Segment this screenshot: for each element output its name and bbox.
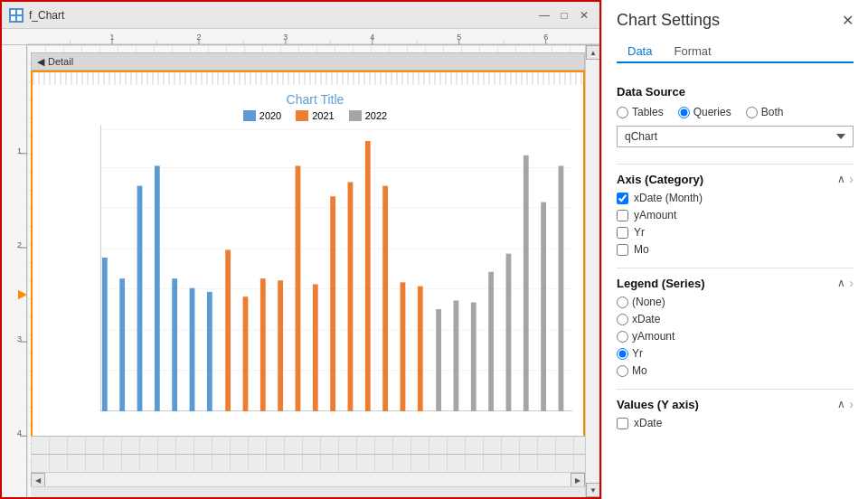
form-content: ◀ Detail Chart Title 2020	[27, 45, 585, 497]
checkbox-mo-axis[interactable]: Mo	[617, 243, 854, 256]
svg-rect-60	[278, 280, 283, 411]
radio-yamount-series-label: yAmount	[632, 330, 675, 343]
radio-tables[interactable]: Tables	[617, 106, 664, 118]
axis-category-header: Axis (Category) ∧ ›	[617, 172, 854, 186]
legend-label-2020: 2020	[259, 110, 281, 121]
settings-close-button[interactable]: ✕	[842, 12, 854, 29]
scroll-down-button[interactable]: ▼	[586, 483, 599, 497]
radio-none-series[interactable]: (None)	[617, 296, 854, 308]
window-icon	[9, 8, 24, 23]
radio-queries[interactable]: Queries	[678, 106, 731, 118]
detail-label: Detail	[48, 56, 73, 67]
settings-title: Chart Settings	[617, 11, 720, 30]
svg-rect-56	[207, 292, 212, 411]
scroll-horizontal-track	[45, 473, 571, 486]
values-y-collapse[interactable]: ∧	[837, 397, 845, 411]
checkbox-yr-axis-input[interactable]	[617, 227, 628, 239]
data-source-select[interactable]: qChart	[617, 126, 854, 147]
minimize-button[interactable]: —	[536, 7, 552, 24]
radio-queries-input[interactable]	[678, 107, 690, 118]
svg-rect-70	[454, 300, 459, 411]
radio-tables-input[interactable]	[617, 107, 628, 118]
legend-color-2020	[243, 110, 256, 121]
checkbox-xdate-y-input[interactable]	[617, 418, 628, 429]
legend-color-2022	[349, 110, 362, 121]
svg-rect-61	[296, 165, 301, 411]
checkbox-xdate-y[interactable]: xDate	[617, 417, 854, 429]
chart-section-body[interactable]: Chart Title 2020 2021 202	[31, 71, 585, 438]
radio-yr-series-input[interactable]	[617, 348, 628, 360]
svg-rect-1	[17, 10, 22, 14]
svg-rect-58	[243, 297, 249, 411]
svg-rect-67	[401, 282, 406, 411]
svg-rect-62	[313, 284, 318, 411]
legend-label-2022: 2022	[365, 110, 387, 121]
legend-series-collapse[interactable]: ∧	[837, 276, 845, 290]
horizontal-ruler: 1 2 3 4 5 6	[2, 29, 599, 45]
divider-2	[617, 268, 854, 268]
radio-xdate-series-label: xDate	[632, 313, 660, 325]
maximize-button[interactable]: □	[556, 7, 572, 24]
legend-item-2020: 2020	[243, 110, 281, 121]
close-button[interactable]: ✕	[576, 7, 592, 24]
radio-none-series-label: (None)	[632, 296, 665, 308]
values-y-fields: xDate	[617, 417, 854, 434]
radio-both[interactable]: Both	[746, 106, 784, 118]
radio-xdate-series[interactable]: xDate	[617, 313, 854, 325]
radio-both-input[interactable]	[746, 107, 758, 118]
values-y-controls: ∧ ›	[837, 397, 854, 411]
tab-data[interactable]: Data	[617, 41, 663, 63]
svg-rect-69	[436, 309, 441, 411]
checkbox-xdate-month-label: xDate (Month)	[634, 192, 703, 204]
checkbox-xdate-month[interactable]: xDate (Month)	[617, 192, 854, 204]
radio-yamount-series-input[interactable]	[617, 331, 628, 343]
checkbox-yr-axis[interactable]: Yr	[617, 226, 854, 239]
svg-rect-50	[102, 258, 108, 411]
radio-mo-series[interactable]: Mo	[617, 364, 854, 377]
scroll-vertical-track	[586, 60, 599, 483]
radio-yr-series[interactable]: Yr	[617, 347, 854, 360]
scroll-right-button[interactable]: ▶	[571, 473, 585, 487]
radio-yr-series-label: Yr	[632, 347, 643, 360]
checkbox-yamount-axis-label: yAmount	[634, 209, 676, 221]
chart-title: Chart Title	[51, 85, 580, 107]
detail-section-header: ◀ Detail	[31, 52, 585, 71]
legend-series-expand-right[interactable]: ›	[849, 276, 854, 290]
legend-series-label: Legend (Series)	[617, 277, 705, 290]
svg-rect-55	[190, 288, 195, 411]
legend-color-2021	[296, 110, 308, 121]
legend-item-2021: 2021	[296, 110, 334, 121]
axis-category-controls: ∧ ›	[837, 172, 854, 186]
radio-queries-label: Queries	[693, 106, 731, 118]
axis-category-expand-right[interactable]: ›	[849, 172, 854, 186]
values-y-expand-right[interactable]: ›	[849, 397, 854, 411]
axis-category-collapse[interactable]: ∧	[837, 172, 845, 186]
checkbox-xdate-month-input[interactable]	[617, 193, 628, 204]
checkbox-yamount-axis-input[interactable]	[617, 210, 628, 221]
legend-series-controls: ∧ ›	[837, 276, 854, 290]
divider-1	[617, 164, 854, 165]
checkbox-mo-axis-label: Mo	[634, 243, 649, 256]
svg-rect-64	[348, 182, 354, 411]
radio-yamount-series[interactable]: yAmount	[617, 330, 854, 343]
chart-legend: 2020 2021 2022	[51, 110, 580, 121]
scroll-up-button[interactable]: ▲	[586, 45, 599, 60]
vertical-scrollbar: ▲ ▼	[585, 45, 599, 497]
scroll-left-button[interactable]: ◀	[31, 473, 45, 487]
row-band-1	[31, 436, 585, 454]
checkbox-yamount-axis[interactable]: yAmount	[617, 209, 854, 221]
checkbox-mo-axis-input[interactable]	[617, 244, 628, 256]
radio-none-series-input[interactable]	[617, 297, 628, 308]
svg-rect-52	[137, 186, 143, 411]
radio-xdate-series-input[interactable]	[617, 314, 628, 325]
form-layout: 1 2 3 4 ◀ Detail	[2, 45, 599, 497]
data-source-options: Tables Queries Both	[617, 106, 854, 118]
legend-item-2022: 2022	[349, 110, 387, 121]
radio-mo-series-input[interactable]	[617, 365, 628, 377]
svg-rect-3	[17, 16, 22, 21]
svg-rect-0	[11, 10, 15, 14]
svg-rect-74	[524, 155, 529, 411]
status-bar	[31, 486, 585, 497]
tab-format[interactable]: Format	[663, 41, 722, 63]
chart-settings-panel: Chart Settings ✕ Data Format Data Source…	[601, 0, 868, 499]
